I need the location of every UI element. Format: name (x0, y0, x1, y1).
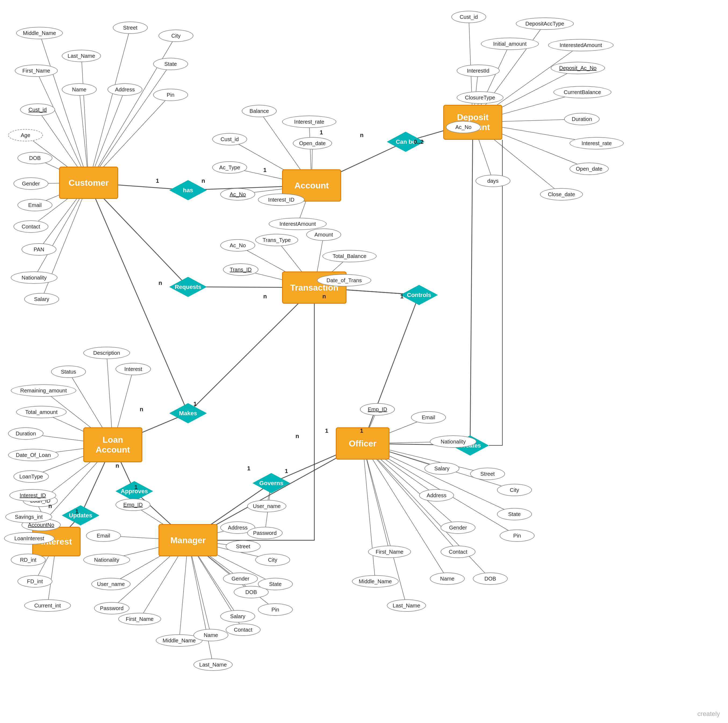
attr-open-date: Open_date (569, 162, 609, 175)
watermark: creately (697, 710, 720, 718)
attr-interest-rate: Interest_rate (569, 137, 624, 149)
entity-customer: Customer (59, 167, 118, 199)
attr-interest-id: Interest_ID (258, 193, 304, 206)
attr-loantype: LoanType (14, 470, 49, 483)
attr-status: Status (51, 366, 86, 378)
cardinality-12: n (116, 462, 119, 469)
attr-interestedamount: InterestedAmount (548, 39, 613, 51)
diamond-has: has (169, 180, 207, 200)
attr-dob: DOB (473, 573, 508, 585)
cardinality-5: 0..2 (414, 138, 424, 146)
attr-state: State (497, 508, 532, 520)
attr-trans-id: Trans_ID (223, 263, 258, 276)
attr-ac-no: Ac_No (220, 188, 255, 201)
attr-remaining-amount: Remaining_amount (11, 384, 76, 397)
attr-deposit-ac-no: Deposit_Ac_No (551, 62, 605, 74)
attr-last-name: Last_Name (62, 50, 101, 62)
cardinality-19: n (48, 502, 52, 510)
attr-total-balance: Total_Balance (322, 250, 377, 262)
attr-user-name: User_name (91, 578, 130, 590)
attr-address: Address (419, 489, 454, 501)
attr-city: City (159, 29, 193, 42)
attr-contact: Contact (440, 545, 476, 558)
attr-pin: Pin (153, 89, 188, 101)
attr-days: days (476, 175, 511, 187)
attr-rd-int: RD_int (11, 554, 46, 566)
cardinality-8: n (322, 293, 326, 300)
attr-nationality: Nationality (83, 554, 130, 566)
attr-balance: Balance (242, 105, 277, 117)
attr-salary: Salary (24, 293, 59, 305)
attr-nationality: Nationality (430, 435, 477, 448)
attr-amount: Amount (306, 228, 341, 241)
attr-gender: Gender (440, 521, 476, 534)
attr-street: Street (113, 21, 148, 34)
cardinality-13: 1 (134, 484, 138, 491)
attr-savings-int: Savings_int (5, 511, 52, 523)
cardinality-6: n (159, 280, 162, 286)
attr-pin: Pin (258, 604, 293, 616)
svg-line-24 (81, 56, 89, 183)
attr-trans-type: Trans_Type (255, 234, 298, 246)
attr-first-name: First_Name (368, 545, 411, 558)
cardinality-17: 1 (325, 427, 328, 434)
attr-salary: Salary (220, 610, 255, 622)
cardinality-10: n (140, 406, 143, 413)
svg-line-90 (362, 443, 390, 552)
attr-pin: Pin (500, 530, 535, 542)
attr-email: Email (17, 199, 52, 211)
cardinality-0: 1 (156, 178, 159, 184)
attr-duration: Duration (8, 427, 43, 440)
svg-line-18 (188, 288, 314, 413)
attr-email: Email (86, 530, 121, 542)
attr-email: Email (411, 411, 446, 424)
svg-line-17 (470, 122, 473, 445)
relationship-lines (0, 0, 728, 723)
cardinality-9: 1 (400, 293, 404, 300)
attr-contact: Contact (14, 221, 48, 233)
attr-name: Name (193, 629, 228, 641)
attr-street: Street (226, 540, 261, 553)
svg-line-22 (89, 28, 130, 183)
svg-line-88 (362, 443, 490, 579)
diamond-requests: Requests (169, 277, 207, 297)
attr-open-date: Open_date (293, 137, 332, 149)
attr-password: Password (247, 527, 283, 539)
attr-middle-name: Middle_Name (16, 27, 63, 39)
attr-current-int: Current_int (24, 599, 71, 612)
attr-contact: Contact (226, 623, 261, 636)
attr-interestid: InterestId (457, 64, 500, 77)
attr-user-name: User_name (247, 500, 286, 512)
cardinality-14: 1 (247, 465, 250, 472)
diamond-makes: Makes (169, 403, 207, 423)
attr-close-date: Close_date (540, 188, 583, 201)
attr-dob: DOB (17, 152, 52, 164)
cardinality-4: n (360, 132, 364, 139)
attr-interest-id: Interest_ID (9, 489, 56, 501)
svg-line-100 (188, 540, 213, 665)
attr-ac-no: Ac_No (220, 239, 255, 251)
cardinality-15: 1 (285, 468, 288, 475)
attr-street: Street (470, 468, 505, 480)
cardinality-2: 1 (263, 167, 266, 174)
attr-gender: Gender (223, 573, 258, 585)
cardinality-1: n (202, 178, 205, 184)
attr-total-amount: Total_amount (16, 406, 67, 418)
attr-last-name: Last_Name (387, 599, 426, 612)
attr-cust-id: Cust_id (451, 11, 486, 23)
svg-line-25 (89, 64, 171, 183)
attr-interest: Interest (116, 363, 151, 375)
attr-last-name: Last_Name (193, 659, 232, 671)
attr-name: Name (430, 573, 465, 585)
entity-manager: Manager (159, 524, 217, 556)
attr-state: State (258, 578, 293, 590)
attr-salary: Salary (424, 462, 459, 475)
svg-line-8 (89, 183, 188, 413)
attr-fd-int: FD_int (17, 575, 52, 588)
attr-duration: Duration (564, 113, 600, 125)
cardinality-20: 1 (75, 508, 78, 515)
attr-cust-id: Cust_id (20, 104, 55, 116)
attr-initial-amount: Initial_amount (481, 38, 539, 50)
attr-age: Age (8, 129, 43, 141)
attr-loaninterest: LoanInterest (4, 532, 55, 545)
